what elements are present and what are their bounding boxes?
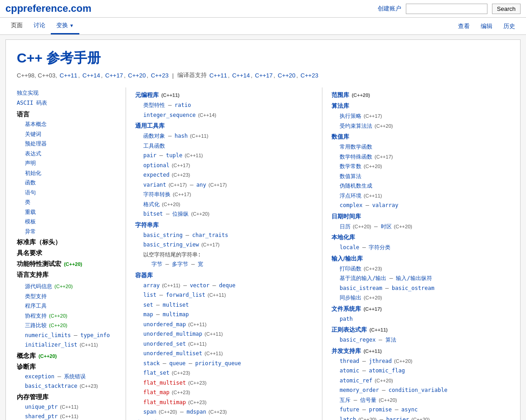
link-exception[interactable]: exception bbox=[25, 373, 54, 380]
link-numeric-ops[interactable]: 数值算法 bbox=[340, 173, 361, 179]
ver-cpp11[interactable]: C++11 bbox=[60, 72, 78, 79]
link-overload[interactable]: 重载 bbox=[25, 209, 36, 215]
link-flat-set[interactable]: flat_set bbox=[143, 370, 170, 376]
link-deque[interactable]: deque bbox=[219, 282, 235, 289]
link-latch[interactable]: latch bbox=[340, 416, 356, 420]
link-span[interactable]: span bbox=[143, 409, 156, 415]
link-pair[interactable]: pair bbox=[143, 152, 156, 159]
link-list[interactable]: list bbox=[143, 292, 156, 298]
link-type-support[interactable]: 类型支持 bbox=[25, 293, 47, 299]
link-type-info[interactable]: type_info bbox=[80, 332, 110, 338]
link-random[interactable]: 伪随机数生成 bbox=[340, 183, 372, 189]
link-three-way[interactable]: 三路比较 bbox=[25, 322, 47, 328]
link-math-const[interactable]: 数学常数 bbox=[340, 163, 361, 169]
link-keywords[interactable]: 关键词 bbox=[25, 131, 41, 137]
link-priority-queue[interactable]: priority_queue bbox=[195, 360, 241, 367]
link-stack[interactable]: stack bbox=[143, 360, 160, 367]
link-expressions[interactable]: 表达式 bbox=[25, 150, 41, 157]
link-charconv[interactable]: 字符串转换 bbox=[143, 191, 170, 198]
link-classes[interactable]: 类 bbox=[25, 199, 30, 205]
link-flat-map[interactable]: flat_map bbox=[143, 389, 170, 396]
link-byte-str[interactable]: 字节 bbox=[151, 261, 162, 267]
compiler-cpp23[interactable]: C++23 bbox=[301, 72, 318, 79]
link-multimap[interactable]: multimap bbox=[163, 311, 189, 318]
ver-cpp20[interactable]: C++20 bbox=[128, 72, 146, 79]
link-standalone[interactable]: 独立实现 bbox=[17, 90, 39, 96]
ver-cpp23[interactable]: C++23 bbox=[151, 72, 169, 79]
link-memory-order[interactable]: memory_order bbox=[340, 387, 379, 393]
link-promise[interactable]: promise bbox=[369, 406, 392, 413]
link-tuple[interactable]: tuple bbox=[166, 152, 182, 159]
link-multibyte-str[interactable]: 多字节 bbox=[172, 261, 188, 267]
link-exec-policy[interactable]: 执行策略 bbox=[340, 113, 361, 119]
link-templates[interactable]: 模板 bbox=[25, 218, 36, 225]
nav-view[interactable]: 查看 bbox=[453, 19, 475, 34]
tab-transform[interactable]: 变换 ▼ bbox=[51, 18, 79, 34]
link-atomic[interactable]: atomic bbox=[340, 367, 359, 374]
link-numeric-limits[interactable]: numeric_limits bbox=[25, 332, 71, 338]
link-hash[interactable]: hash bbox=[175, 133, 188, 139]
link-future[interactable]: future bbox=[340, 406, 359, 413]
link-prog-utils[interactable]: 程序工具 bbox=[25, 303, 47, 309]
link-special-math[interactable]: 数学特殊函数 bbox=[340, 154, 372, 160]
link-init[interactable]: 初始化 bbox=[25, 170, 41, 176]
link-function-obj[interactable]: 函数对象 bbox=[143, 133, 165, 139]
tab-page[interactable]: 页面 bbox=[5, 18, 28, 34]
link-float-env[interactable]: 浮点环境 bbox=[340, 193, 361, 199]
link-mdspan[interactable]: mdspan bbox=[186, 409, 206, 415]
link-char-classify[interactable]: 字符分类 bbox=[369, 244, 390, 251]
link-barrier[interactable]: barrier bbox=[386, 416, 409, 420]
link-stacktrace[interactable]: basic_stacktrace bbox=[25, 383, 78, 389]
link-basic-ostream[interactable]: basic_ostream bbox=[392, 285, 434, 291]
search-input[interactable] bbox=[406, 4, 487, 14]
link-source-loc[interactable]: 源代码信息 bbox=[25, 283, 52, 290]
link-int-seq[interactable]: integer_sequence bbox=[143, 112, 196, 118]
link-vector[interactable]: vector bbox=[190, 282, 209, 289]
link-complex[interactable]: complex bbox=[340, 202, 363, 208]
link-unordered-set[interactable]: unordered_set bbox=[143, 341, 186, 347]
link-stream-io[interactable]: 基于流的输入/输出 bbox=[340, 275, 386, 281]
link-unordered-multiset[interactable]: unordered_multiset bbox=[143, 350, 202, 357]
search-button[interactable]: Search bbox=[492, 4, 521, 14]
link-shared-ptr[interactable]: shared_ptr bbox=[25, 413, 58, 420]
link-statements[interactable]: 语句 bbox=[25, 189, 36, 196]
link-atomic-ref[interactable]: atomic_ref bbox=[340, 377, 372, 384]
link-sync-out[interactable]: 同步输出 bbox=[340, 294, 361, 301]
link-declarations[interactable]: 声明 bbox=[25, 160, 36, 166]
link-regex-algo[interactable]: 算法 bbox=[385, 337, 396, 343]
link-queue[interactable]: queue bbox=[169, 360, 185, 367]
link-timezone[interactable]: 时区 bbox=[381, 223, 392, 230]
tab-discussion[interactable]: 讨论 bbox=[28, 18, 51, 34]
ver-cpp14[interactable]: C++14 bbox=[83, 72, 100, 79]
link-array[interactable]: array bbox=[143, 282, 160, 289]
link-valarray[interactable]: valarray bbox=[372, 202, 399, 208]
link-thread[interactable]: thread bbox=[340, 358, 359, 364]
link-basic-string[interactable]: basic_string bbox=[143, 232, 183, 238]
link-functions[interactable]: 函数 bbox=[25, 179, 36, 186]
link-mutex[interactable]: 互斥 bbox=[340, 397, 351, 403]
link-map[interactable]: map bbox=[143, 311, 153, 318]
link-multiset[interactable]: multiset bbox=[163, 302, 189, 308]
link-preprocessor[interactable]: 预处理器 bbox=[25, 140, 47, 147]
link-basic-istream[interactable]: basic_istream bbox=[340, 285, 382, 291]
ver-cpp17[interactable]: C++17 bbox=[105, 72, 123, 79]
link-semaphore[interactable]: 信号量 bbox=[360, 397, 376, 403]
link-format[interactable]: 格式化 bbox=[143, 201, 160, 208]
link-basic-concepts[interactable]: 基本概念 bbox=[25, 121, 47, 127]
link-exceptions[interactable]: 异常 bbox=[25, 228, 36, 235]
link-flat-multimap[interactable]: flat_multimap bbox=[143, 399, 186, 406]
link-flat-multiset[interactable]: flat_multiset bbox=[143, 380, 186, 386]
nav-history[interactable]: 历史 bbox=[498, 19, 521, 34]
link-locale[interactable]: locale bbox=[340, 244, 359, 251]
link-jthread[interactable]: jthread bbox=[369, 358, 392, 364]
site-title[interactable]: cppreference.com bbox=[5, 3, 92, 14]
link-init-list[interactable]: initializer_list bbox=[25, 342, 78, 348]
link-system-error[interactable]: 系统错误 bbox=[64, 373, 86, 380]
link-ascii[interactable]: ASCII 码表 bbox=[17, 100, 47, 106]
link-io-manip[interactable]: 输入/输出纵符 bbox=[396, 275, 432, 281]
compiler-cpp14[interactable]: C++14 bbox=[232, 72, 250, 79]
nav-edit[interactable]: 编辑 bbox=[475, 19, 498, 34]
link-constrained-algo[interactable]: 受约束算法法 bbox=[340, 123, 372, 129]
compiler-cpp11[interactable]: C++11 bbox=[209, 72, 227, 79]
link-path[interactable]: path bbox=[340, 316, 353, 322]
